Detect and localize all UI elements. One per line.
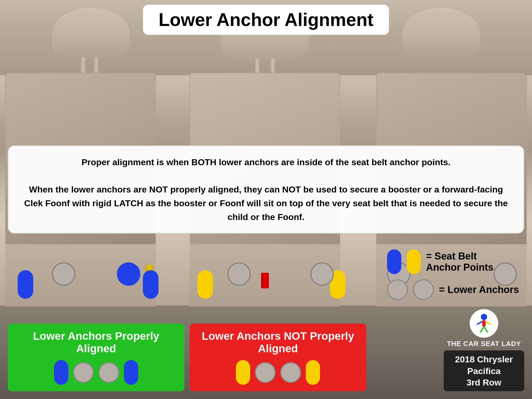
logo-text: THE CAR SEAT LADY bbox=[444, 340, 524, 348]
aligned-blue-oval-2 bbox=[124, 360, 138, 385]
center-lower-anchor-left bbox=[227, 262, 251, 286]
legend-row-seat-belt: = Seat BeltAnchor Points bbox=[387, 249, 519, 274]
headrest-left bbox=[52, 8, 130, 60]
logo-svg bbox=[472, 312, 496, 335]
label-aligned: Lower Anchors Properly Aligned bbox=[8, 323, 184, 391]
headrest-right bbox=[402, 8, 480, 60]
left-lower-anchor-left bbox=[52, 262, 75, 286]
left-seat-belt-anchor-right bbox=[143, 270, 158, 299]
legend-row-lower-anchor: = Lower Anchors bbox=[387, 279, 519, 300]
not-aligned-gray-dot-2 bbox=[280, 362, 301, 383]
car-info-box: 2018 Chrysler Pacifica3rd Row bbox=[444, 350, 524, 391]
legend: = Seat BeltAnchor Points = Lower Anchors bbox=[387, 249, 519, 300]
svg-point-0 bbox=[481, 314, 487, 320]
svg-line-5 bbox=[484, 327, 487, 332]
not-aligned-yellow-oval-2 bbox=[306, 360, 320, 385]
seatbelt-buckle-center bbox=[261, 273, 269, 288]
legend-blue-oval bbox=[387, 249, 401, 274]
label-aligned-title: Lower Anchors Properly Aligned bbox=[17, 330, 175, 355]
label-not-aligned-dots bbox=[199, 360, 357, 385]
left-lower-anchor-right bbox=[117, 262, 140, 286]
not-aligned-gray-dot-1 bbox=[255, 362, 276, 383]
main-container: Lower Anchor Alignment Proper alignment … bbox=[0, 0, 532, 399]
label-aligned-dots bbox=[17, 360, 175, 385]
info-text: Proper alignment is when BOTH lower anch… bbox=[22, 155, 510, 224]
info-line2: When the lower anchors are NOT properly … bbox=[24, 184, 508, 222]
svg-line-4 bbox=[481, 327, 484, 332]
legend-lower-anchor-label: = Lower Anchors bbox=[439, 284, 519, 295]
legend-yellow-oval bbox=[407, 249, 421, 274]
legend-gray-dot-2 bbox=[413, 279, 434, 300]
not-aligned-yellow-oval-1 bbox=[236, 360, 250, 385]
title-box: Lower Anchor Alignment bbox=[143, 5, 389, 35]
aligned-gray-dot-1 bbox=[73, 362, 94, 383]
left-seat-belt-anchor-left bbox=[18, 270, 33, 299]
center-seat-belt-anchor-left bbox=[197, 270, 213, 299]
svg-line-2 bbox=[477, 322, 482, 324]
logo-area: THE CAR SEAT LADY 2018 Chrysler Pacifica… bbox=[444, 309, 524, 391]
logo-circle bbox=[470, 309, 498, 338]
svg-rect-1 bbox=[482, 320, 486, 327]
legend-seat-belt-label: = Seat BeltAnchor Points bbox=[426, 251, 494, 273]
info-box: Proper alignment is when BOTH lower anch… bbox=[8, 145, 524, 234]
center-lower-anchor-right bbox=[310, 262, 334, 286]
aligned-blue-oval-1 bbox=[54, 360, 68, 385]
info-line1: Proper alignment is when BOTH lower anch… bbox=[82, 157, 451, 167]
legend-gray-dot-1 bbox=[387, 279, 408, 300]
title-text: Lower Anchor Alignment bbox=[158, 10, 373, 30]
svg-line-3 bbox=[486, 322, 490, 324]
aligned-gray-dot-2 bbox=[98, 362, 119, 383]
label-not-aligned: Lower Anchors NOT Properly Aligned bbox=[190, 323, 366, 391]
label-not-aligned-title: Lower Anchors NOT Properly Aligned bbox=[199, 330, 357, 355]
car-info-text: 2018 Chrysler Pacifica3rd Row bbox=[449, 354, 519, 388]
